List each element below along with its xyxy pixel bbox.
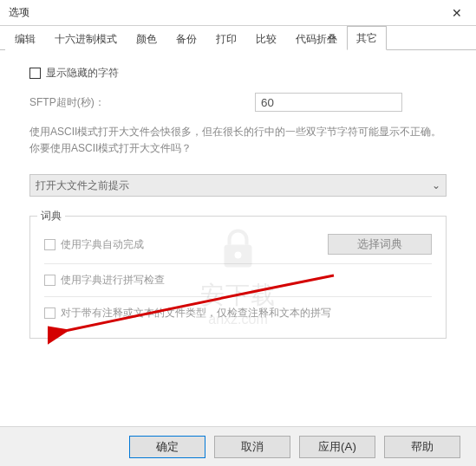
cancel-button[interactable]: 取消 — [214, 436, 290, 458]
tab-other[interactable]: 其它 — [347, 26, 387, 50]
tab-print[interactable]: 打印 — [206, 27, 246, 50]
chevron-down-icon: ⌄ — [432, 179, 440, 191]
checkbox-auto-complete[interactable] — [44, 239, 55, 250]
label-sftp: SFTP超时(秒)： — [29, 95, 255, 110]
help-button[interactable]: 帮助 — [384, 436, 460, 458]
close-icon[interactable]: ✕ — [445, 3, 469, 23]
row-comments-only: 对于带有注释或文本的文件类型，仅检查注释和文本的拼写 — [44, 301, 432, 329]
tab-backup[interactable]: 备份 — [166, 27, 206, 50]
sftp-timeout-input[interactable] — [255, 93, 402, 112]
large-file-select[interactable]: 打开大文件之前提示 ⌄ — [29, 174, 447, 197]
tab-content: 显示隐藏的字符 SFTP超时(秒)： 使用ASCII模式打开大文件会快很多，但在… — [0, 50, 476, 423]
fieldset-dictionary: 词典 使用字典自动完成 选择词典 使用字典进行拼写检查 对于带有注释或文本的文件… — [29, 216, 447, 339]
ascii-description: 使用ASCII模式打开大文件会快很多，但在很长的行中的一些双字节字符可能显示不正… — [29, 124, 447, 157]
label-show-hidden: 显示隐藏的字符 — [46, 66, 119, 81]
tab-compare[interactable]: 比较 — [246, 27, 286, 50]
checkbox-comments-only[interactable] — [44, 307, 55, 319]
label-spellcheck: 使用字典进行拼写检查 — [61, 273, 165, 288]
label-comments-only: 对于带有注释或文本的文件类型，仅检查注释和文本的拼写 — [61, 306, 331, 320]
ok-button[interactable]: 确定 — [129, 436, 205, 458]
row-sftp: SFTP超时(秒)： — [29, 93, 447, 112]
tab-color[interactable]: 颜色 — [127, 27, 166, 50]
window-title: 选项 — [9, 5, 29, 20]
row-auto-complete: 使用字典自动完成 选择词典 — [44, 229, 432, 264]
row-spellcheck: 使用字典进行拼写检查 — [44, 268, 432, 297]
tab-hex[interactable]: 十六进制模式 — [45, 27, 127, 50]
row-show-hidden: 显示隐藏的字符 — [29, 66, 447, 81]
tab-fold[interactable]: 代码折叠 — [286, 27, 347, 50]
titlebar: 选项 ✕ — [0, 0, 476, 26]
tab-bar: 编辑 十六进制模式 颜色 备份 打印 比较 代码折叠 其它 — [0, 26, 476, 50]
checkbox-show-hidden[interactable] — [29, 68, 41, 79]
fieldset-legend: 词典 — [37, 209, 65, 223]
label-auto-complete: 使用字典自动完成 — [61, 237, 144, 252]
select-value: 打开大文件之前提示 — [36, 178, 129, 193]
select-dictionary-button[interactable]: 选择词典 — [328, 234, 432, 255]
apply-button[interactable]: 应用(A) — [299, 436, 375, 458]
tab-edit[interactable]: 编辑 — [5, 27, 45, 50]
checkbox-spellcheck[interactable] — [44, 275, 55, 286]
dialog-footer: 确定 取消 应用(A) 帮助 — [0, 426, 476, 466]
